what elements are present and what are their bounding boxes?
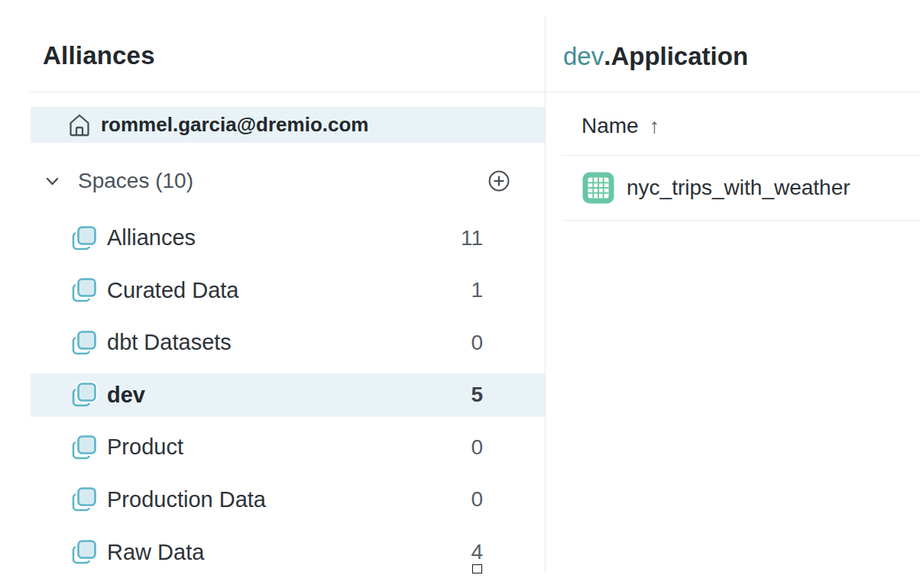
- sidebar-item-production-data[interactable]: Production Data 0: [31, 478, 545, 522]
- breadcrumb: dev.Application: [563, 42, 748, 71]
- column-header-name[interactable]: Name ↑: [581, 115, 659, 137]
- dataset-name: nyc_trips_with_weather: [627, 176, 850, 200]
- panel-title: Alliances: [43, 41, 155, 70]
- space-count: 1: [471, 278, 483, 302]
- breadcrumb-space-link[interactable]: dev: [563, 42, 604, 70]
- spaces-section-header: Spaces (10): [0, 170, 545, 192]
- sidebar-item-curated-data[interactable]: Curated Data 1: [31, 269, 545, 312]
- content-panel: dev.Application Name ↑ nyc_trips_with_we…: [546, 0, 920, 588]
- sidebar-item-dbt-datasets[interactable]: dbt Datasets 0: [31, 321, 545, 364]
- divider: [546, 92, 920, 92]
- sort-ascending-icon: ↑: [650, 115, 660, 138]
- sidebar-item-product[interactable]: Product 0: [31, 425, 545, 469]
- space-count: 4: [471, 540, 483, 564]
- space-count: 0: [471, 435, 483, 460]
- space-layers-icon: [70, 486, 98, 513]
- space-count: 11: [461, 226, 483, 250]
- space-layers-icon: [70, 329, 98, 357]
- space-layers-icon: [70, 434, 98, 461]
- space-layers-icon: [70, 276, 98, 304]
- space-layers-icon: [70, 538, 98, 566]
- dataset-grid-icon: [582, 172, 614, 204]
- divider: [562, 220, 920, 221]
- home-item[interactable]: rommel.garcia@dremio.com: [31, 107, 545, 143]
- spaces-list: Alliances 11 Curated Data 1 dbt Datasets…: [0, 216, 545, 574]
- chevron-down-icon[interactable]: [44, 173, 60, 189]
- small-square-artifact: [472, 564, 482, 573]
- add-space-button[interactable]: [488, 170, 510, 192]
- home-email: rommel.garcia@dremio.com: [101, 113, 368, 137]
- space-count: 0: [471, 487, 483, 512]
- space-layers-icon: [70, 381, 98, 409]
- divider: [30, 92, 545, 92]
- sidebar-item-alliances[interactable]: Alliances 11: [31, 216, 545, 260]
- sidebar-item-dev[interactable]: dev 5: [31, 373, 545, 417]
- spaces-section-label: Spaces (10): [78, 170, 193, 192]
- space-count: 5: [471, 383, 483, 407]
- breadcrumb-separator: .: [604, 42, 611, 70]
- sidebar-panel: Alliances rommel.garcia@dremio.com Space…: [0, 0, 545, 588]
- home-icon: [67, 112, 92, 138]
- space-count: 0: [471, 331, 483, 355]
- space-layers-icon: [70, 225, 98, 252]
- sidebar-item-raw-data[interactable]: Raw Data 4: [31, 531, 545, 574]
- table-row-nyc-trips-with-weather[interactable]: nyc_trips_with_weather: [562, 156, 920, 220]
- breadcrumb-entity: Application: [611, 42, 748, 70]
